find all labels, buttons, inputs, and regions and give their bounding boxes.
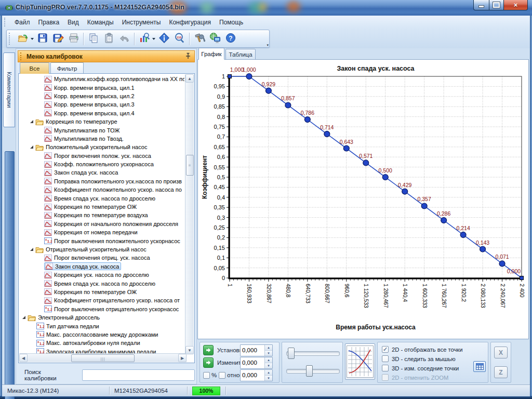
info-button[interactable] xyxy=(157,32,171,46)
menu-item-1[interactable]: Правка xyxy=(34,17,64,28)
checkbox[interactable] xyxy=(382,365,389,371)
menu-item-2[interactable]: Вид xyxy=(63,17,83,28)
tree-item[interactable]: Корр. времени впрыска, цил.2 xyxy=(19,92,184,100)
menu-item-4[interactable]: Инструменты xyxy=(118,17,165,28)
view-option-2[interactable]: 3D - изм. соседние точки xyxy=(382,364,459,373)
percent-checkbox[interactable] xyxy=(203,372,210,379)
vertical-scrollbar[interactable]: ▲ ≡ ▼ xyxy=(185,74,194,354)
tree-item[interactable]: Мультипликатив по Твозд. xyxy=(19,135,184,143)
tree-item[interactable]: 1.2Порог выключения отрицательного ускор… xyxy=(19,305,184,313)
tree-item[interactable]: 1.2Макс. рассогласование между дорожками xyxy=(19,330,184,339)
scroll-down-icon[interactable]: ▼ xyxy=(185,346,194,354)
search-input[interactable] xyxy=(82,369,195,381)
checkbox[interactable]: ✓ xyxy=(382,346,389,353)
dropdown-arrow-icon[interactable] xyxy=(31,38,34,40)
scroll-up-icon[interactable]: ▲ xyxy=(185,74,194,83)
tree-item[interactable]: Закон спада уск. насоса xyxy=(19,168,184,177)
tab-all[interactable]: Все xyxy=(20,62,49,74)
checkbox[interactable] xyxy=(382,374,389,381)
set-value-input[interactable] xyxy=(241,345,264,356)
tree-item[interactable]: Коэффициент отрицательного ускор. насоса… xyxy=(19,296,184,304)
open-button[interactable] xyxy=(16,32,30,46)
tree-item[interactable]: Поправка положительного уск.насоса по пр… xyxy=(19,177,184,185)
scroll-left-icon[interactable]: ◀ xyxy=(19,354,28,362)
apply-set-button[interactable] xyxy=(203,345,214,355)
slider-thumb[interactable] xyxy=(306,365,313,377)
slider-thumb[interactable] xyxy=(288,348,295,359)
tree-item[interactable]: Коррекция уск. насоса по дросселю xyxy=(19,271,184,279)
tree-item[interactable]: Коэфф. положительного ускорнасоса xyxy=(19,160,184,168)
tree-item[interactable]: Коррекция от номера передачи xyxy=(19,228,184,236)
tree-item[interactable]: Коррекция от начального положения дроссе… xyxy=(19,220,184,228)
zoom-110-button[interactable]: 110 xyxy=(172,32,187,46)
relative-input[interactable] xyxy=(241,370,264,381)
vertical-scroll-thumb[interactable]: ≡ xyxy=(186,155,194,176)
tree-item[interactable]: Коррекция по температуре ОЖ xyxy=(19,288,184,296)
spin-down-icon[interactable]: ▼ xyxy=(265,363,272,368)
slider-1[interactable] xyxy=(286,347,339,358)
tree-item[interactable]: Мультипликатив по ТОЖ xyxy=(19,126,184,134)
save-as-button[interactable] xyxy=(51,32,65,46)
minimize-button[interactable] xyxy=(473,0,489,10)
tree-item[interactable]: Отрицательный ускорительный насос xyxy=(19,245,184,254)
expand-arrow-icon[interactable] xyxy=(30,145,33,149)
tools-button[interactable] xyxy=(192,32,207,46)
maximize-button[interactable] xyxy=(489,0,503,10)
dropdown-arrow-icon[interactable] xyxy=(152,38,155,40)
tree-item[interactable]: Коррекция по температуре xyxy=(19,117,184,126)
web-button[interactable] xyxy=(208,32,222,46)
horizontal-scrollbar[interactable]: ◀ ||| ▶ xyxy=(19,353,187,362)
chart[interactable]: Закон спада уск. насоса00,050,10,150,20,… xyxy=(200,63,526,335)
apply-change-button[interactable] xyxy=(203,357,214,368)
spin-up-icon[interactable]: ▲ xyxy=(265,357,272,363)
expand-arrow-icon[interactable] xyxy=(30,120,33,123)
tree-item[interactable]: Мультиплик.коэфф.корр.топливоподачи на Х… xyxy=(19,75,184,83)
copy-button[interactable] xyxy=(86,32,101,46)
left-splitter-bar[interactable] xyxy=(5,151,15,399)
tab-table[interactable]: Таблица xyxy=(225,49,256,60)
help-button[interactable]: ? xyxy=(223,32,238,46)
x-axis-button[interactable]: X xyxy=(494,347,508,358)
tree-item[interactable]: Коэффициент положительного ускор. насоса… xyxy=(19,185,184,194)
tab-filter[interactable]: Фильтр xyxy=(50,62,84,74)
slider-2[interactable] xyxy=(286,365,339,376)
tree-item[interactable]: Положительный ускорительный насос xyxy=(19,143,184,151)
menu-item-6[interactable]: Помощь xyxy=(215,17,247,28)
save-button[interactable] xyxy=(35,32,50,46)
tree-item[interactable]: 1.2Порог выключения положительного ускор… xyxy=(19,236,184,245)
pin-icon[interactable] xyxy=(185,52,191,61)
tree-item[interactable]: Корр. времени впрыска, цил.3 xyxy=(19,100,184,109)
tree-item[interactable]: Время спада уск. насоса по дросселю xyxy=(19,279,184,287)
view-option-0[interactable]: ✓2D - отображать все точки xyxy=(382,345,463,354)
tree-item[interactable]: Коррекция по температуре ОЖ xyxy=(19,203,184,211)
menu-item-0[interactable]: Файл xyxy=(10,17,34,28)
undo-button[interactable] xyxy=(117,32,132,46)
menu-item-3[interactable]: Команды xyxy=(83,17,118,28)
tree-item[interactable]: 1.2Заводская калибровка минимума педали xyxy=(19,348,184,354)
slider-track[interactable] xyxy=(286,369,340,374)
tab-graph[interactable]: График xyxy=(198,48,224,60)
view-option-1[interactable]: 3D - следить за мышью xyxy=(382,354,456,363)
close-button[interactable]: × xyxy=(503,0,528,10)
paste-button[interactable] xyxy=(102,32,116,46)
curve-preview-button[interactable] xyxy=(345,343,375,380)
chart-zoom-button[interactable] xyxy=(137,32,152,46)
tree-item[interactable]: Порог включения полож. уск. насоса xyxy=(19,152,184,160)
spin-down-icon[interactable]: ▼ xyxy=(265,351,272,356)
expand-arrow-icon[interactable] xyxy=(30,248,33,251)
tree-item[interactable]: 1.2Макс. автокалибровки нуля педали xyxy=(19,339,184,347)
tree-item[interactable]: Коррекция по температуре воздуха xyxy=(19,211,184,219)
tree-item[interactable]: 1.2Тип датчика педали xyxy=(19,322,184,330)
tree-item[interactable]: Электронный дроссель xyxy=(19,313,184,322)
menu-item-5[interactable]: Конфигурация xyxy=(165,17,215,28)
expand-arrow-icon[interactable] xyxy=(22,316,25,319)
relative-checkbox[interactable] xyxy=(219,372,225,379)
z-axis-button[interactable]: Z xyxy=(494,366,508,378)
tree-item[interactable]: Порог включения отриц. уск. насоса xyxy=(19,254,184,262)
selected-tree-item[interactable]: Закон спада уск. насоса xyxy=(44,262,121,270)
view-option-3[interactable]: 2D - отменить ZOOM xyxy=(382,373,448,382)
comments-side-tab[interactable]: Комментарии xyxy=(3,52,15,127)
horizontal-scroll-thumb[interactable]: ||| xyxy=(71,354,135,362)
change-value-input[interactable] xyxy=(241,357,264,368)
spin-up-icon[interactable]: ▲ xyxy=(265,370,272,376)
